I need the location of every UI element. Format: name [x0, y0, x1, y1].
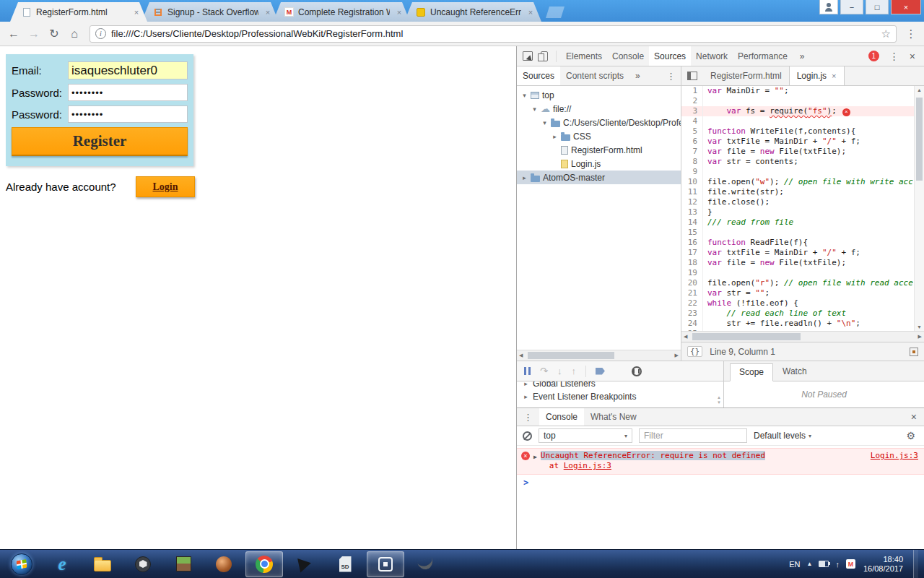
address-bar[interactable]: i file:///C:/Users/Cliente/Desktop/Profe…: [90, 25, 897, 43]
explorer-taskbar-button[interactable]: [84, 551, 121, 577]
browser-tab-complete-registration-w[interactable]: Complete Registration W×: [273, 2, 410, 22]
browser-tab-signup-stack-overflow[interactable]: Signup - Stack Overflow×: [141, 2, 279, 22]
line-number[interactable]: 7: [681, 147, 703, 157]
tab-watch[interactable]: Watch: [773, 363, 816, 381]
console-settings-icon[interactable]: ⚙: [906, 430, 918, 441]
back-button[interactable]: ←: [4, 25, 23, 43]
tree-item-css[interactable]: ▸CSS: [517, 129, 681, 143]
scroll-up-icon[interactable]: ▲: [917, 87, 922, 92]
unity-black-taskbar-button[interactable]: [286, 551, 323, 577]
taskbar-clock[interactable]: 18:40 16/08/2017: [863, 555, 903, 574]
login-button[interactable]: Login: [136, 176, 195, 197]
devtools-tab-console[interactable]: Console: [607, 46, 649, 66]
editor-vscrollbar[interactable]: ▲ ▼: [914, 86, 924, 331]
sidebar-section-event-listener-breakpoints[interactable]: ▸Event Listener Breakpoints: [517, 390, 723, 403]
line-number[interactable]: 2: [681, 96, 703, 106]
start-taskbar-button[interactable]: [3, 551, 40, 577]
line-number[interactable]: 9: [681, 167, 703, 177]
navigator-tab-sources[interactable]: Sources: [517, 66, 560, 85]
scroll-down-icon[interactable]: ▼: [917, 324, 922, 329]
console-tab-what-s-new[interactable]: What's New: [584, 408, 643, 426]
more-navigator-tabs-icon[interactable]: »: [629, 66, 646, 85]
tree-item-file[interactable]: ▾file://: [517, 102, 681, 116]
tree-arrow-icon[interactable]: ▸: [552, 133, 558, 140]
email-input[interactable]: [68, 61, 188, 79]
page-info-icon[interactable]: i: [95, 28, 106, 39]
scrollbar-thumb[interactable]: [916, 98, 923, 181]
line-number[interactable]: 16: [681, 238, 703, 248]
step-over-button[interactable]: ↷: [540, 366, 548, 376]
line-number[interactable]: 19: [681, 268, 703, 278]
device-toolbar-icon[interactable]: [541, 51, 548, 61]
line-number[interactable]: 11: [681, 187, 703, 197]
drawer-menu-icon[interactable]: ⋮: [517, 412, 539, 423]
browser-tab-uncaught-referenceerro[interactable]: Uncaught ReferenceErro×: [404, 2, 541, 22]
chrome-taskbar-button[interactable]: [245, 551, 283, 577]
frame-app-taskbar-button[interactable]: [367, 551, 404, 577]
tray-expand-icon[interactable]: ▲: [807, 561, 813, 567]
tab-close-icon[interactable]: ×: [263, 8, 273, 17]
tree-item-c-users-cliente-desktop-profe[interactable]: ▾C:/Users/Cliente/Desktop/Profe: [517, 116, 681, 129]
line-number[interactable]: 14: [681, 217, 703, 228]
line-number[interactable]: 22: [681, 298, 703, 309]
error-source-link[interactable]: Login.js:3: [871, 451, 918, 471]
sd-card-taskbar-button[interactable]: [326, 551, 364, 577]
scroll-down-icon[interactable]: ▼: [717, 400, 721, 405]
devtools-tab-network[interactable]: Network: [691, 46, 733, 66]
line-number[interactable]: 6: [681, 137, 703, 147]
line-number[interactable]: 24: [681, 319, 703, 329]
new-tab-button[interactable]: [546, 7, 565, 18]
tab-close-icon[interactable]: ×: [131, 8, 141, 17]
tray-upload-icon[interactable]: ↑: [835, 560, 840, 569]
bookmark-star-icon[interactable]: ☆: [881, 27, 891, 40]
tray-gmail-icon[interactable]: [846, 559, 855, 569]
scrollbar-thumb[interactable]: [528, 352, 614, 359]
ie-taskbar-button[interactable]: [43, 551, 81, 577]
error-count-badge[interactable]: 1: [868, 51, 879, 61]
stack-frame-link[interactable]: Login.js:3: [564, 461, 611, 470]
line-number[interactable]: 5: [681, 126, 703, 137]
line-number[interactable]: 18: [681, 258, 703, 268]
line-number[interactable]: 1: [681, 86, 703, 96]
tab-close-icon[interactable]: ×: [394, 8, 404, 17]
step-out-button[interactable]: ↑: [571, 366, 576, 376]
devtools-menu-icon[interactable]: ⋮: [885, 51, 904, 62]
tree-arrow-icon[interactable]: ▾: [541, 119, 548, 126]
tree-item-login-js[interactable]: Login.js: [517, 157, 681, 171]
show-desktop-button[interactable]: [913, 550, 918, 578]
line-number[interactable]: 15: [681, 228, 703, 238]
scrollbar-thumb[interactable]: [692, 333, 801, 340]
tree-arrow-icon[interactable]: ▾: [531, 105, 538, 113]
navigator-scrollbar[interactable]: ◀ ▶: [517, 350, 681, 361]
log-levels-select[interactable]: Default levels ▾: [754, 431, 811, 441]
minecraft-taskbar-button[interactable]: [165, 551, 202, 577]
line-number[interactable]: 8: [681, 157, 703, 167]
editor-tab-registerform-html[interactable]: RegisterForm.html: [703, 66, 789, 85]
toggle-navigator-icon[interactable]: [687, 72, 697, 80]
devtools-tab-performance[interactable]: Performance: [733, 46, 793, 66]
scroll-right-icon[interactable]: ▶: [918, 334, 922, 340]
step-into-button[interactable]: ↓: [557, 366, 562, 376]
navigator-tab-content-scripts[interactable]: Content scripts: [560, 66, 629, 85]
home-button[interactable]: ⌂: [65, 25, 84, 43]
pretty-print-icon[interactable]: {}: [687, 346, 702, 357]
console-tab-console[interactable]: Console: [539, 408, 584, 426]
tab-close-icon[interactable]: ×: [526, 8, 536, 17]
tab-scope[interactable]: Scope: [730, 363, 773, 381]
gimp-taskbar-button[interactable]: [205, 551, 243, 577]
clear-console-icon[interactable]: [523, 431, 532, 441]
deactivate-breakpoints-button[interactable]: [596, 368, 605, 375]
pause-on-exceptions-button[interactable]: [632, 366, 642, 376]
more-panels-icon[interactable]: »: [796, 51, 809, 61]
pause-script-button[interactable]: [524, 367, 531, 375]
tree-item-atomos-master[interactable]: ▸AtomOS-master: [517, 171, 681, 184]
tree-item-registerform-html[interactable]: RegisterForm.html: [517, 143, 681, 157]
swoosh-app-taskbar-button[interactable]: [407, 551, 445, 577]
forward-button[interactable]: →: [25, 25, 43, 43]
console-filter-input[interactable]: [639, 428, 747, 443]
console-prompt[interactable]: >: [517, 475, 924, 491]
password-input[interactable]: [68, 84, 188, 101]
close-button[interactable]: ×: [891, 0, 921, 14]
devtools-close-icon[interactable]: ×: [907, 51, 921, 62]
line-number[interactable]: 4: [681, 116, 703, 126]
